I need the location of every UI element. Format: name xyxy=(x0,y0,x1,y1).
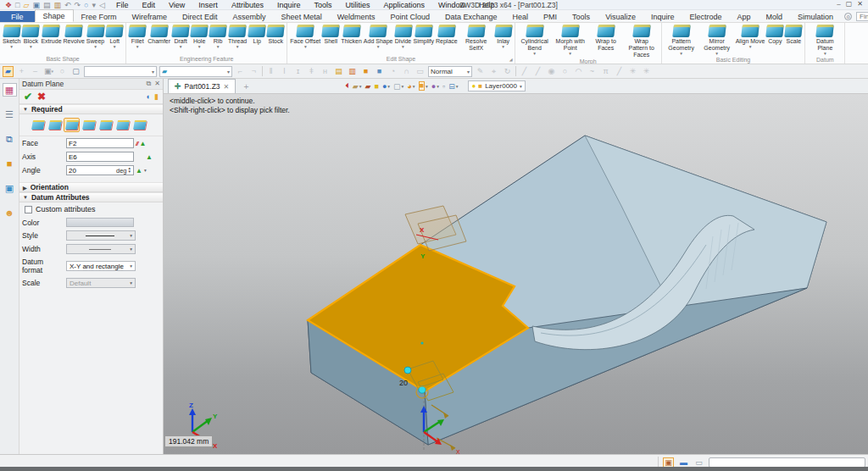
ribbon-tab-pmi[interactable]: PMI xyxy=(536,11,565,22)
ribbon-button-wrap-to-faces[interactable]: Wrap to Faces xyxy=(588,24,624,52)
ribbon-button-divide[interactable]: Divide▾ xyxy=(394,24,413,49)
ribbon-button-mirror-geometry[interactable]: Mirror Geometry▾ xyxy=(699,24,735,56)
ribbon-button-add-shape[interactable]: Add Shape▾ xyxy=(363,24,394,49)
undo-icon[interactable]: ↶ xyxy=(64,1,71,9)
ribbon-tab-mold[interactable]: Mold xyxy=(759,11,791,22)
ok-button[interactable]: ✔ xyxy=(24,91,32,103)
menu-item-insert[interactable]: Insert xyxy=(192,1,224,9)
restore-button[interactable]: ▢ xyxy=(846,0,853,8)
paint-icon[interactable]: ▰ xyxy=(365,82,371,91)
ribbon-tab-wireframe[interactable]: Wireframe xyxy=(125,11,175,22)
dropdown-caret-icon[interactable]: ▾ xyxy=(304,45,307,49)
panel-toggle-icon[interactable]: ▭ xyxy=(693,457,704,468)
manager-tab-history[interactable]: ☰ xyxy=(3,108,17,121)
angle-options-caret-icon[interactable]: ▾ xyxy=(144,168,147,173)
reference-combo[interactable]: ▾ xyxy=(84,66,157,77)
dropdown-caret-icon[interactable]: ▾ xyxy=(136,45,139,49)
section-icon[interactable]: ◕▾ xyxy=(407,82,415,91)
dropdown-caret-icon[interactable]: ▾ xyxy=(114,45,116,49)
ribbon-button-datum-plane[interactable]: Datum Plane▾ xyxy=(807,24,843,56)
ribbon-tab-electrode[interactable]: Electrode xyxy=(682,11,730,22)
ribbon-tab-heal[interactable]: Heal xyxy=(505,11,537,22)
material-icon[interactable]: ●▾ xyxy=(431,82,439,91)
ribbon-tab-assembly[interactable]: Assembly xyxy=(225,11,274,22)
datum-flag-icon[interactable]: ▰ xyxy=(3,66,14,77)
find-command-input[interactable] xyxy=(857,13,868,20)
layer-folder-icon[interactable]: ▤ xyxy=(333,66,344,77)
menu-item-inquire[interactable]: Inquire xyxy=(271,1,307,9)
plane-method-7-button[interactable] xyxy=(131,118,147,132)
archive-icon[interactable]: ▥ xyxy=(53,1,61,9)
angle-input[interactable]: deg ▲▼ xyxy=(66,165,134,175)
float-icon[interactable]: ⧉ xyxy=(147,80,152,88)
ribbon-button-chamfer[interactable]: Chamfer xyxy=(147,24,171,45)
pick-angle-icon[interactable]: ▲ xyxy=(136,167,142,175)
wireframe-icon[interactable]: ▢▾ xyxy=(393,82,403,91)
ribbon-button-pattern-geometry[interactable]: Pattern Geometry▾ xyxy=(664,24,699,56)
plane-method-1-button[interactable] xyxy=(30,118,46,132)
ribbon-button-stock[interactable]: Stock xyxy=(266,24,285,45)
dropdown-caret-icon[interactable]: ▾ xyxy=(749,45,752,49)
ribbon-button-sketch[interactable]: Sketch▾ xyxy=(2,24,21,49)
ribbon-button-draft[interactable]: Draft▾ xyxy=(171,24,190,49)
layer-selector[interactable]: ● ■ Layer0000 ▾ xyxy=(468,80,525,91)
manager-tab-shape[interactable]: ▦ xyxy=(3,83,17,97)
dropdown-caret-icon[interactable]: ▾ xyxy=(502,45,504,49)
datum-format-dropdown[interactable]: X-Y and rectangle▾ xyxy=(66,261,136,271)
exit-icon[interactable]: ⏴ xyxy=(345,81,349,91)
background-icon[interactable]: ■▾ xyxy=(419,81,428,91)
ribbon-tab-visualize[interactable]: Visualize xyxy=(598,11,643,22)
ribbon-tab-weldments[interactable]: Weldments xyxy=(330,11,383,22)
ribbon-button-thicken[interactable]: Thicken xyxy=(340,24,363,45)
add-frame-icon[interactable]: ▣▾ xyxy=(43,66,54,77)
manager-tab-assembly[interactable]: ⧉ xyxy=(3,132,17,146)
pick-axis-icon[interactable]: ▲ xyxy=(146,153,153,161)
ribbon-button-align-move[interactable]: Align Move▾ xyxy=(735,24,766,49)
reference-combo[interactable]: ▰▾ xyxy=(159,66,232,77)
plane-method-3-button[interactable] xyxy=(64,118,80,132)
new-tab-button[interactable]: ＋ xyxy=(236,80,256,92)
tab-close-icon[interactable]: ✕ xyxy=(224,83,230,91)
print-icon[interactable]: ▤ xyxy=(43,1,51,9)
window-display-icon[interactable]: ▣ xyxy=(663,457,674,468)
pick-filter-icon[interactable]: ▰▾ xyxy=(353,82,362,91)
ribbon-button-wrap-pattern-to-faces[interactable]: Wrap Pattern to Faces xyxy=(624,24,659,58)
minimize-button[interactable]: – xyxy=(837,0,840,8)
dialog-launcher-icon[interactable]: ◢ xyxy=(509,57,513,62)
custom-attributes-checkbox[interactable] xyxy=(25,206,32,213)
menu-item-edit[interactable]: Edit xyxy=(136,1,161,9)
dropdown-caret-icon[interactable]: ▾ xyxy=(236,45,239,49)
ribbon-button-face-offset[interactable]: Face Offset▾ xyxy=(289,24,321,49)
options-icon[interactable]: ⚙ xyxy=(844,13,852,20)
cancel-button[interactable]: ✖ xyxy=(37,91,46,103)
snap-icon[interactable]: ▫ xyxy=(442,82,445,91)
refresh-icon[interactable]: ○ xyxy=(84,1,88,9)
ribbon-button-inlay[interactable]: Inlay▾ xyxy=(494,24,513,49)
section-orientation[interactable]: ▶ Orientation xyxy=(19,182,163,192)
ribbon-button-hole[interactable]: Hole▾ xyxy=(190,24,209,49)
redo-icon[interactable]: ↷ xyxy=(75,1,81,9)
dropdown-caret-icon[interactable]: ▾ xyxy=(402,45,404,49)
ribbon-tab-file[interactable]: File xyxy=(0,11,35,22)
ribbon-button-shell[interactable]: Shell xyxy=(321,24,340,45)
ribbon-button-thread[interactable]: Thread▾ xyxy=(227,24,248,49)
ribbon-tab-sheet-metal[interactable]: Sheet Metal xyxy=(274,11,330,22)
ribbon-button-scale[interactable]: Scale xyxy=(784,24,803,45)
ribbon-tab-data-exchange[interactable]: Data Exchange xyxy=(437,11,505,22)
angle-spinner[interactable]: ▲▼ xyxy=(128,167,131,174)
section-required[interactable]: ▼ Required xyxy=(19,104,163,114)
dropdown-caret-icon[interactable]: ▾ xyxy=(10,45,13,49)
info-icon[interactable]: ◐ xyxy=(147,92,151,101)
plane-method-4-button[interactable] xyxy=(81,118,97,132)
shade-box-icon[interactable]: ■ xyxy=(374,82,378,91)
axis-input[interactable] xyxy=(66,152,134,162)
document-tab[interactable]: ✛ Part001.Z3 ✕ xyxy=(168,79,236,93)
ribbon-button-rib[interactable]: Rib▾ xyxy=(209,24,227,49)
style-combo[interactable]: Normal▾ xyxy=(428,66,472,77)
ribbon-tab-simulation[interactable]: Simulation xyxy=(790,11,841,22)
plane-method-2-button[interactable] xyxy=(47,118,63,132)
pin-panel-icon[interactable]: ▮ xyxy=(154,92,159,101)
ribbon-button-block[interactable]: Block▾ xyxy=(21,24,40,49)
plane-method-6-button[interactable] xyxy=(114,118,131,132)
ribbon-tab-direct-edit[interactable]: Direct Edit xyxy=(175,11,225,22)
